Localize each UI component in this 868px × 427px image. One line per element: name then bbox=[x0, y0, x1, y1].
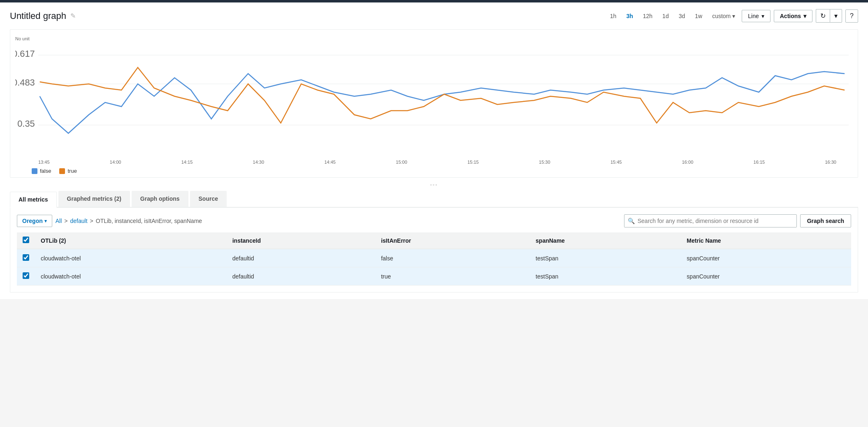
custom-label: custom bbox=[712, 13, 731, 19]
refresh-dropdown-button[interactable]: ▾ bbox=[830, 9, 842, 23]
actions-label: Actions bbox=[780, 13, 801, 19]
custom-time-button[interactable]: custom ▾ bbox=[709, 11, 738, 21]
x-label-9: 16:00 bbox=[682, 160, 694, 165]
tab-graph-options[interactable]: Graph options bbox=[132, 191, 188, 207]
x-label-5: 15:00 bbox=[396, 160, 407, 165]
chart-legend: false true bbox=[15, 168, 853, 174]
row1-spanname: testSpan bbox=[530, 249, 681, 267]
line-label: Line bbox=[748, 13, 759, 19]
chart-svg: 0.617 0.483 0.35 bbox=[15, 43, 853, 158]
legend-true-dot bbox=[59, 168, 65, 174]
col-isitanerror: isItAnError bbox=[375, 232, 530, 249]
x-axis: 13:45 14:00 14:15 14:30 14:45 15:00 15:1… bbox=[15, 158, 853, 165]
time-3d-button[interactable]: 3d bbox=[675, 11, 689, 21]
tabs: All metrics Graphed metrics (2) Graph op… bbox=[10, 191, 858, 208]
row1-checkbox-cell bbox=[17, 249, 35, 267]
row1-checkbox[interactable] bbox=[23, 254, 29, 261]
select-all-checkbox[interactable] bbox=[23, 237, 29, 243]
breadcrumb-sep2: > bbox=[90, 218, 93, 224]
region-label: Oregon bbox=[22, 218, 43, 224]
row2-isitanerror: true bbox=[375, 267, 530, 285]
search-input[interactable] bbox=[624, 214, 797, 227]
legend-false: false bbox=[32, 168, 51, 174]
x-label-11: 16:30 bbox=[825, 160, 836, 165]
x-label-3: 14:30 bbox=[253, 160, 265, 165]
table-row: cloudwatch-otel defaultid true testSpan … bbox=[17, 267, 851, 285]
refresh-dropdown-icon: ▾ bbox=[834, 12, 838, 20]
header-left: Untitled graph ✎ bbox=[10, 11, 76, 21]
refresh-group: ↻ ▾ bbox=[816, 9, 842, 23]
time-12h-button[interactable]: 12h bbox=[640, 11, 656, 21]
x-label-10: 16:15 bbox=[754, 160, 765, 165]
row2-instanceid: defaultid bbox=[227, 267, 375, 285]
region-button[interactable]: Oregon ▾ bbox=[17, 215, 52, 227]
tab-graphed-metrics[interactable]: Graphed metrics (2) bbox=[58, 191, 130, 207]
chart-area: No unit 0.617 0.483 0.35 13:45 14:00 14:… bbox=[10, 29, 858, 178]
tab-source[interactable]: Source bbox=[190, 191, 227, 207]
x-label-7: 15:30 bbox=[539, 160, 550, 165]
col-otlib: OTLib (2) bbox=[35, 232, 227, 249]
legend-false-label: false bbox=[40, 168, 51, 174]
row1-otlib: cloudwatch-otel bbox=[35, 249, 227, 267]
row1-instanceid: defaultid bbox=[227, 249, 375, 267]
row2-metricname: spanCounter bbox=[681, 267, 851, 285]
x-label-2: 14:15 bbox=[181, 160, 193, 165]
table-header: OTLib (2) instanceId isItAnError spanNam… bbox=[17, 232, 851, 249]
graph-search-label: Graph search bbox=[807, 218, 844, 224]
graph-search-button[interactable]: Graph search bbox=[800, 214, 851, 227]
x-label-0: 13:45 bbox=[38, 160, 50, 165]
time-3h-button[interactable]: 3h bbox=[623, 11, 636, 21]
main-container: Untitled graph ✎ 1h 3h 12h 1d 3d 1w cust… bbox=[0, 2, 868, 299]
help-icon: ? bbox=[850, 12, 854, 20]
region-chevron-icon: ▾ bbox=[44, 218, 47, 224]
page-title: Untitled graph bbox=[10, 11, 66, 21]
y-axis-label: No unit bbox=[15, 36, 853, 41]
breadcrumb-sep1: > bbox=[64, 218, 67, 224]
col-spanname: spanName bbox=[530, 232, 681, 249]
row1-isitanerror: false bbox=[375, 249, 530, 267]
col-metricname: Metric Name bbox=[681, 232, 851, 249]
time-1h-button[interactable]: 1h bbox=[607, 11, 620, 21]
edit-icon[interactable]: ✎ bbox=[70, 12, 76, 20]
breadcrumb: All > default > OTLib, instanceId, isItA… bbox=[56, 218, 621, 224]
row2-checkbox-cell bbox=[17, 267, 35, 285]
header: Untitled graph ✎ 1h 3h 12h 1d 3d 1w cust… bbox=[10, 9, 858, 23]
svg-text:0.483: 0.483 bbox=[15, 77, 35, 88]
x-label-6: 15:15 bbox=[467, 160, 479, 165]
breadcrumb-default[interactable]: default bbox=[70, 218, 88, 224]
actions-chevron-icon: ▾ bbox=[803, 13, 806, 19]
metrics-panel: Oregon ▾ All > default > OTLib, instance… bbox=[10, 208, 858, 292]
breadcrumb-all[interactable]: All bbox=[56, 218, 62, 224]
actions-button[interactable]: Actions ▾ bbox=[774, 10, 812, 22]
table-row: cloudwatch-otel defaultid false testSpan… bbox=[17, 249, 851, 267]
tab-all-metrics[interactable]: All metrics bbox=[10, 192, 57, 208]
metrics-table: OTLib (2) instanceId isItAnError spanNam… bbox=[17, 232, 851, 285]
line-dropdown-button[interactable]: Line ▾ bbox=[742, 10, 770, 22]
filter-row: Oregon ▾ All > default > OTLib, instance… bbox=[17, 214, 851, 227]
col-instanceid: instanceId bbox=[227, 232, 375, 249]
time-1w-button[interactable]: 1w bbox=[692, 11, 706, 21]
x-label-8: 15:45 bbox=[610, 160, 622, 165]
search-icon: 🔍 bbox=[628, 218, 635, 224]
row2-spanname: testSpan bbox=[530, 267, 681, 285]
refresh-button[interactable]: ↻ bbox=[816, 9, 830, 23]
table-body: cloudwatch-otel defaultid false testSpan… bbox=[17, 249, 851, 285]
line-chevron-icon: ▾ bbox=[761, 13, 764, 19]
breadcrumb-path: OTLib, instanceId, isItAnError, spanName bbox=[96, 218, 202, 224]
divider: --- bbox=[10, 178, 858, 191]
svg-text:0.35: 0.35 bbox=[17, 118, 35, 129]
refresh-icon: ↻ bbox=[820, 12, 826, 20]
custom-chevron-icon: ▾ bbox=[732, 13, 735, 19]
help-button[interactable]: ? bbox=[845, 9, 858, 23]
chart-wrapper: 0.617 0.483 0.35 bbox=[15, 43, 853, 158]
legend-true-label: true bbox=[67, 168, 77, 174]
legend-false-dot bbox=[32, 168, 37, 174]
row2-checkbox[interactable] bbox=[23, 272, 29, 279]
divider-text: --- bbox=[430, 181, 438, 188]
legend-true: true bbox=[59, 168, 77, 174]
col-checkbox bbox=[17, 232, 35, 249]
time-1d-button[interactable]: 1d bbox=[659, 11, 672, 21]
search-box: 🔍 bbox=[624, 214, 797, 227]
x-label-4: 14:45 bbox=[324, 160, 336, 165]
row1-metricname: spanCounter bbox=[681, 249, 851, 267]
